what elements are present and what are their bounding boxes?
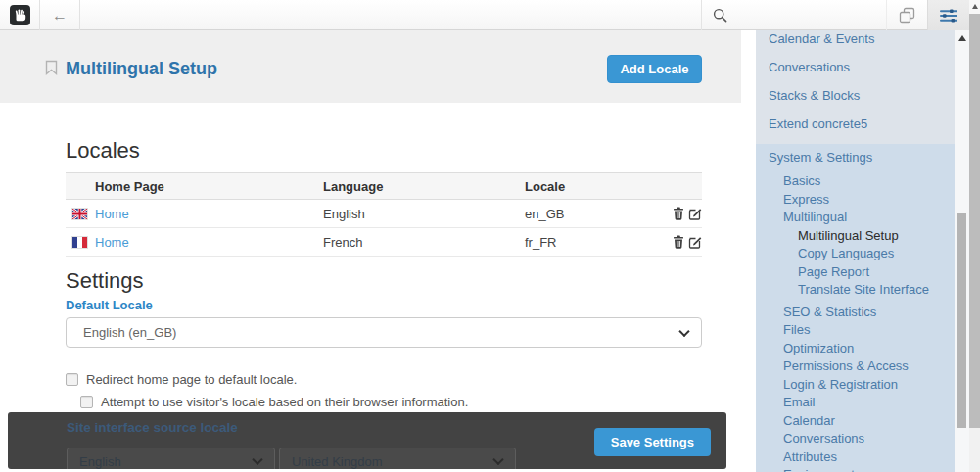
search-icon <box>713 8 727 23</box>
edit-icon[interactable] <box>688 207 702 220</box>
sidebar-item[interactable]: Conversations <box>756 59 955 87</box>
sidebar-item[interactable]: Environment <box>756 466 955 472</box>
uk-flag-icon <box>66 209 95 219</box>
browser-locale-checkbox-label: Attempt to use visitor's locale based on… <box>101 395 468 409</box>
sidebar-item[interactable]: Calendar & Events <box>756 30 955 59</box>
sidebar-item-system-settings[interactable]: System & Settings <box>756 146 955 172</box>
page-scrollbar <box>969 0 980 472</box>
edit-icon[interactable] <box>688 235 702 249</box>
sidebar-scroll-up-icon[interactable] <box>958 35 966 41</box>
browser-locale-checkbox[interactable] <box>80 396 93 408</box>
locales-heading: Locales <box>66 138 140 164</box>
browser-locale-checkbox-row: Attempt to use visitor's locale based on… <box>80 395 468 409</box>
sidebar-scrollbar-thumb[interactable] <box>957 213 966 428</box>
sidebar-item[interactable]: Translate Site Interface <box>756 281 955 300</box>
redirect-checkbox[interactable] <box>66 373 78 386</box>
sidebar-item[interactable]: Extend concrete5 <box>756 116 955 144</box>
language-cell: English <box>323 207 525 221</box>
interface-language-value: English <box>79 454 121 469</box>
settings-heading: Settings <box>66 268 144 294</box>
locales-table-header: Home Page Language Locale <box>66 172 702 200</box>
sidebar-item[interactable]: Permissions & Access <box>756 357 955 376</box>
table-row: Home French fr_FR <box>66 228 702 257</box>
sidebar-item[interactable]: Page Report <box>756 263 955 282</box>
concrete5-logo-button[interactable] <box>0 0 40 30</box>
sidebar-item[interactable]: Attributes <box>756 448 955 467</box>
sliders-icon <box>940 9 957 23</box>
interface-language-select[interactable]: English <box>67 448 275 469</box>
back-button[interactable]: ← <box>40 0 80 30</box>
table-row: Home English en_GB <box>66 200 702 228</box>
sidebar-item[interactable]: Express <box>756 191 955 210</box>
sidebar-item[interactable]: Optimization <box>756 340 955 358</box>
sidebar-item[interactable]: Basics <box>756 172 955 191</box>
save-footer-bar: Site interface source locale English Uni… <box>8 412 726 469</box>
sidebar-item[interactable]: Email <box>756 394 955 412</box>
sidebar-scrollbar <box>955 30 969 472</box>
settings-panel-button[interactable] <box>927 0 969 30</box>
interface-region-select[interactable]: United Kingdom <box>279 448 516 469</box>
sidebar-top-items: Calendar & EventsConversationsStacks & B… <box>756 30 955 144</box>
column-home-page: Home Page <box>95 179 323 194</box>
column-language: Language <box>323 179 525 194</box>
source-locale-label: Site interface source locale <box>67 420 238 435</box>
delete-icon[interactable] <box>673 207 684 220</box>
sidebar-item[interactable]: Files <box>756 321 955 340</box>
chevron-down-icon <box>678 325 689 336</box>
fr-flag-icon <box>66 237 95 248</box>
sidebar-item[interactable]: Login & Registration <box>756 376 955 395</box>
sidebar-item[interactable]: Copy Languages <box>756 245 955 263</box>
locales-table-body: Home English en_GB <box>66 200 702 257</box>
default-locale-select[interactable]: English (en_GB) <box>66 317 702 348</box>
back-arrow-icon: ← <box>52 8 68 24</box>
page-header: Multilingual Setup Add Locale <box>0 30 741 103</box>
sidebar-item[interactable]: Conversations <box>756 430 955 448</box>
home-page-link[interactable]: Home <box>95 235 129 250</box>
default-locale-label: Default Locale <box>66 298 153 312</box>
default-locale-value: English (en_GB) <box>83 325 176 340</box>
sidebar-item[interactable]: SEO & Statistics <box>756 304 955 322</box>
pages-panel-button[interactable] <box>886 0 927 30</box>
toolbar: ← <box>0 0 969 30</box>
page-scrollbar-thumb[interactable] <box>969 14 980 428</box>
search-input[interactable] <box>735 8 872 23</box>
interface-region-value: United Kingdom <box>292 454 383 469</box>
search-bar[interactable] <box>701 0 886 30</box>
locales-table: Home Page Language Locale Home English e… <box>66 172 702 257</box>
delete-icon[interactable] <box>673 235 684 249</box>
sidebar-item[interactable]: Multilingual <box>756 209 955 227</box>
sidebar-item[interactable]: Calendar <box>756 412 955 431</box>
locale-cell: en_GB <box>525 207 646 221</box>
redirect-checkbox-label: Redirect home page to default locale. <box>86 372 297 387</box>
home-page-link[interactable]: Home <box>95 207 129 221</box>
sidebar-item-active[interactable]: Multilingual Setup <box>756 227 955 246</box>
bookmark-icon[interactable] <box>45 60 58 78</box>
language-cell: French <box>323 235 525 250</box>
save-settings-button[interactable]: Save Settings <box>594 428 711 456</box>
chevron-down-icon <box>492 454 503 465</box>
chevron-down-icon <box>252 454 262 465</box>
column-locale: Locale <box>525 179 646 194</box>
sidebar-item[interactable]: Stacks & Blocks <box>756 87 955 116</box>
scroll-up-button[interactable] <box>969 0 980 14</box>
redirect-checkbox-row: Redirect home page to default locale. <box>66 372 297 387</box>
settings-sidebar: Calendar & EventsConversationsStacks & B… <box>756 30 955 472</box>
sidebar-section-items: BasicsExpressMultilingualMultilingual Se… <box>756 172 955 472</box>
page-title: Multilingual Setup <box>66 59 217 79</box>
sidebar-section-system-settings: System & Settings BasicsExpressMultiling… <box>756 144 955 472</box>
concrete5-hand-icon <box>10 5 30 25</box>
add-locale-button[interactable]: Add Locale <box>607 55 702 83</box>
pages-icon <box>899 7 915 24</box>
locale-cell: fr_FR <box>525 235 646 250</box>
